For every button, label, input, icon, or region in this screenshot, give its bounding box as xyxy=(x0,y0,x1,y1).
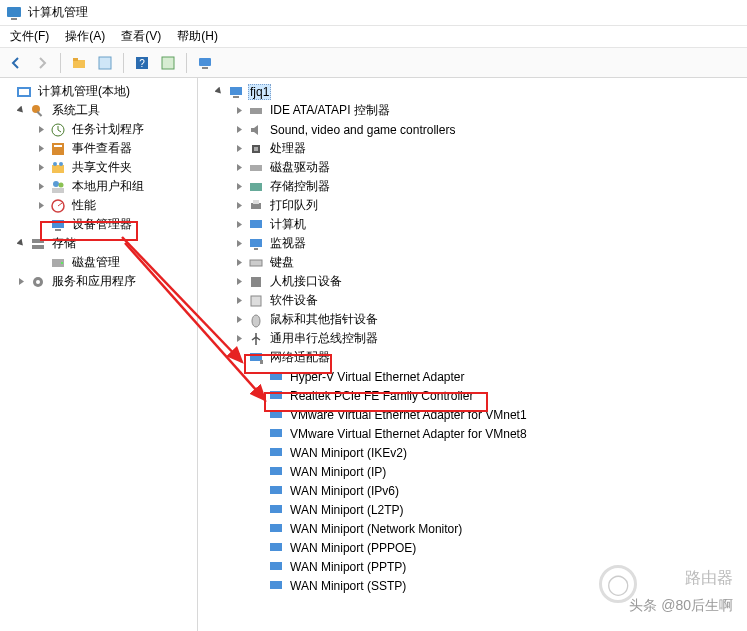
expand-icon[interactable] xyxy=(232,104,246,118)
svg-rect-9 xyxy=(202,67,208,69)
svg-rect-42 xyxy=(250,239,262,247)
tree-services[interactable]: 服务和应用程序 xyxy=(0,272,197,291)
tree-task-scheduler[interactable]: 任务计划程序 xyxy=(0,120,197,139)
cat-print-queue[interactable]: 打印队列 xyxy=(198,196,747,215)
menu-view[interactable]: 查看(V) xyxy=(113,26,169,47)
expand-icon[interactable] xyxy=(34,142,48,156)
properties-button[interactable] xyxy=(93,51,117,75)
cat-storage-ctl[interactable]: 存储控制器 xyxy=(198,177,747,196)
help-button[interactable]: ? xyxy=(130,51,154,75)
expand-icon[interactable] xyxy=(34,180,48,194)
adapter-vmnet8[interactable]: VMware Virtual Ethernet Adapter for VMne… xyxy=(198,424,747,443)
svg-point-29 xyxy=(61,262,63,264)
svg-rect-22 xyxy=(52,188,64,193)
tree-performance[interactable]: 性能 xyxy=(0,196,197,215)
label: WAN Miniport (IKEv2) xyxy=(288,445,409,461)
expand-icon[interactable] xyxy=(0,85,14,99)
label: 存储控制器 xyxy=(268,177,332,196)
label: IDE ATA/ATAPI 控制器 xyxy=(268,101,392,120)
tree-system-tools[interactable]: 系统工具 xyxy=(0,101,197,120)
nav-forward-button[interactable] xyxy=(30,51,54,75)
tree-device-manager[interactable]: 设备管理器 xyxy=(0,215,197,234)
title-bar: 计算机管理 xyxy=(0,0,747,26)
adapter-wan-l2tp[interactable]: WAN Miniport (L2TP) xyxy=(198,500,747,519)
adapter-wan-netmon[interactable]: WAN Miniport (Network Monitor) xyxy=(198,519,747,538)
device-view-button[interactable] xyxy=(193,51,217,75)
expand-icon[interactable] xyxy=(232,294,246,308)
label: 鼠标和其他指针设备 xyxy=(268,310,380,329)
svg-rect-55 xyxy=(270,467,282,475)
cat-computer[interactable]: 计算机 xyxy=(198,215,747,234)
collapse-icon[interactable] xyxy=(14,104,28,118)
svg-rect-16 xyxy=(54,145,62,147)
adapter-wan-ikev2[interactable]: WAN Miniport (IKEv2) xyxy=(198,443,747,462)
adapter-wan-ipv6[interactable]: WAN Miniport (IPv6) xyxy=(198,481,747,500)
cat-monitor[interactable]: 监视器 xyxy=(198,234,747,253)
computer-icon xyxy=(228,84,244,100)
folder-up-button[interactable] xyxy=(67,51,91,75)
expand-icon[interactable] xyxy=(232,237,246,251)
tree-disk-mgmt[interactable]: 磁盘管理 xyxy=(0,253,197,272)
cat-hid[interactable]: 人机接口设备 xyxy=(198,272,747,291)
expand-icon[interactable] xyxy=(14,275,28,289)
collapse-icon[interactable] xyxy=(232,351,246,365)
tree-event-viewer[interactable]: 事件查看器 xyxy=(0,139,197,158)
svg-rect-56 xyxy=(270,486,282,494)
adapter-hyperv[interactable]: Hyper-V Virtual Ethernet Adapter xyxy=(198,367,747,386)
tree-local-users[interactable]: 本地用户和组 xyxy=(0,177,197,196)
collapse-icon[interactable] xyxy=(14,237,28,251)
adapter-wan-ip[interactable]: WAN Miniport (IP) xyxy=(198,462,747,481)
cat-sound[interactable]: Sound, video and game controllers xyxy=(198,120,747,139)
perf-icon xyxy=(50,198,66,214)
expand-icon[interactable] xyxy=(232,275,246,289)
nic-icon xyxy=(268,464,284,480)
adapter-realtek[interactable]: Realtek PCIe FE Family Controller xyxy=(198,386,747,405)
refresh-button[interactable] xyxy=(156,51,180,75)
expand-icon[interactable] xyxy=(232,218,246,232)
cat-mouse[interactable]: 鼠标和其他指针设备 xyxy=(198,310,747,329)
expand-icon[interactable] xyxy=(232,313,246,327)
adapter-wan-sstp[interactable]: WAN Miniport (SSTP) xyxy=(198,576,747,595)
expand-icon[interactable] xyxy=(232,332,246,346)
expand-icon[interactable] xyxy=(34,199,48,213)
label: 本地用户和组 xyxy=(70,177,146,196)
cat-disk-drive[interactable]: 磁盘驱动器 xyxy=(198,158,747,177)
left-pane: 计算机管理(本地) 系统工具 任务计划程序 事件查看器 xyxy=(0,78,198,631)
svg-rect-8 xyxy=(199,58,211,66)
svg-rect-27 xyxy=(32,245,44,249)
svg-rect-24 xyxy=(52,220,64,228)
adapter-wan-pptp[interactable]: WAN Miniport (PPTP) xyxy=(198,557,747,576)
label: 共享文件夹 xyxy=(70,158,134,177)
expand-icon[interactable] xyxy=(232,142,246,156)
nav-back-button[interactable] xyxy=(4,51,28,75)
adapter-vmnet1[interactable]: VMware Virtual Ethernet Adapter for VMne… xyxy=(198,405,747,424)
tree-shared-folders[interactable]: 共享文件夹 xyxy=(0,158,197,177)
cat-software[interactable]: 软件设备 xyxy=(198,291,747,310)
cat-ide[interactable]: IDE ATA/ATAPI 控制器 xyxy=(198,101,747,120)
svg-rect-3 xyxy=(73,58,78,61)
menu-help[interactable]: 帮助(H) xyxy=(169,26,226,47)
expand-icon[interactable] xyxy=(34,161,48,175)
menu-file[interactable]: 文件(F) xyxy=(2,26,57,47)
menu-action[interactable]: 操作(A) xyxy=(57,26,113,47)
cat-network-adapters[interactable]: 网络适配器 xyxy=(198,348,747,367)
tree-storage[interactable]: 存储 xyxy=(0,234,197,253)
device-host[interactable]: fjq1 xyxy=(198,82,747,101)
adapter-wan-pppoe[interactable]: WAN Miniport (PPPOE) xyxy=(198,538,747,557)
cat-keyboard[interactable]: 键盘 xyxy=(198,253,747,272)
svg-rect-25 xyxy=(55,229,61,231)
collapse-icon[interactable] xyxy=(212,85,226,99)
expand-icon[interactable] xyxy=(34,218,48,232)
expand-icon[interactable] xyxy=(34,123,48,137)
expand-icon[interactable] xyxy=(232,180,246,194)
expand-icon[interactable] xyxy=(232,199,246,213)
expand-icon[interactable] xyxy=(34,256,48,270)
cat-usb[interactable]: 通用串行总线控制器 xyxy=(198,329,747,348)
label: 软件设备 xyxy=(268,291,320,310)
tree-root[interactable]: 计算机管理(本地) xyxy=(0,82,197,101)
cat-cpu[interactable]: 处理器 xyxy=(198,139,747,158)
expand-icon[interactable] xyxy=(232,256,246,270)
expand-icon[interactable] xyxy=(232,123,246,137)
expand-icon[interactable] xyxy=(232,161,246,175)
svg-rect-26 xyxy=(32,239,44,243)
